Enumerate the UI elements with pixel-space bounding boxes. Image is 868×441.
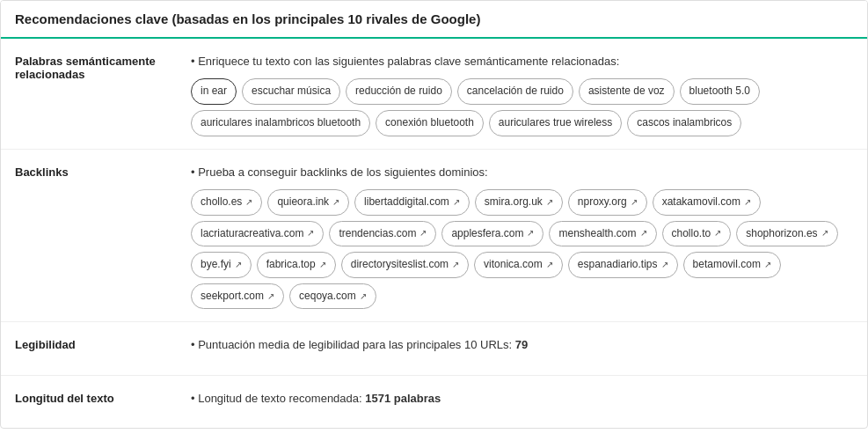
keyword-tag: in ear	[191, 78, 237, 105]
row-content-backlinks: • Prueba a conseguir backlinks de los si…	[177, 149, 867, 322]
backlink-tag[interactable]: vitonica.com↗	[474, 252, 563, 278]
row-content-legibilidad: • Puntuación media de legibilidad para l…	[177, 322, 867, 375]
external-link-icon: ↗	[332, 195, 339, 210]
external-link-icon: ↗	[640, 225, 647, 241]
keyword-tag: bluetooth 5.0	[680, 78, 760, 105]
external-link-icon: ↗	[235, 257, 242, 273]
backlinks-tags: chollo.es↗quieora.ink↗libertaddigital.co…	[191, 189, 853, 309]
external-link-icon: ↗	[267, 289, 274, 305]
bullet-text-legibilidad: • Puntuación media de legibilidad para l…	[191, 334, 853, 355]
backlink-tag[interactable]: espanadiario.tips↗	[568, 252, 678, 278]
backlink-tag[interactable]: nproxy.org↗	[568, 189, 647, 216]
external-link-icon: ↗	[744, 195, 751, 210]
backlink-tag[interactable]: chollo.to↗	[662, 221, 732, 247]
external-link-icon: ↗	[419, 225, 427, 241]
external-link-icon: ↗	[714, 225, 721, 241]
external-link-icon: ↗	[307, 225, 314, 241]
backlink-tag[interactable]: directorysiteslist.com↗	[341, 252, 469, 278]
row-content-longitud: • Longitud de texto recomendada: 1571 pa…	[177, 375, 867, 428]
recommendations-table: Palabras semánticamente relacionadas • E…	[1, 39, 867, 428]
keyword-tag: conexión bluetooth	[376, 110, 484, 136]
external-link-icon: ↗	[546, 257, 553, 273]
backlink-tag[interactable]: quieora.ink↗	[267, 189, 349, 216]
external-link-icon: ↗	[527, 225, 534, 241]
external-link-icon: ↗	[546, 195, 553, 210]
table-row: Palabras semánticamente relacionadas • E…	[1, 39, 867, 149]
row-content-palabras: • Enriquece tu texto con las siguientes …	[177, 39, 867, 149]
keyword-tag: cascos inalambricos	[627, 110, 741, 136]
backlink-tag[interactable]: shophorizon.es↗	[736, 221, 837, 247]
table-row: Backlinks • Prueba a conseguir backlinks…	[1, 149, 867, 322]
backlink-tag[interactable]: lacriaturacreativa.com↗	[191, 221, 324, 247]
row-label-backlinks: Backlinks	[1, 149, 177, 322]
keyword-tag: auriculares true wireless	[489, 110, 622, 136]
backlink-tag[interactable]: menshealth.com↗	[549, 221, 656, 247]
palabras-tags: in earescuchar músicareducción de ruidoc…	[191, 78, 853, 136]
external-link-icon: ↗	[452, 257, 459, 273]
row-label-legibilidad: Legibilidad	[1, 322, 177, 375]
keyword-tag: escuchar música	[242, 78, 340, 105]
backlink-tag[interactable]: applesfera.com↗	[441, 221, 543, 247]
row-label-palabras: Palabras semánticamente relacionadas	[1, 39, 177, 149]
external-link-icon: ↗	[764, 257, 771, 273]
bullet-text-palabras: • Enriquece tu texto con las siguientes …	[191, 51, 853, 71]
backlink-tag[interactable]: libertaddigital.com↗	[354, 189, 470, 216]
recommendations-panel: Recomendaciones clave (basadas en los pr…	[0, 0, 868, 429]
panel-title: Recomendaciones clave (basadas en los pr…	[1, 1, 867, 39]
external-link-icon: ↗	[360, 289, 367, 305]
keyword-tag: reducción de ruido	[346, 78, 452, 105]
backlink-tag[interactable]: ceqoya.com↗	[289, 283, 376, 310]
backlink-tag[interactable]: seekport.com↗	[191, 283, 284, 310]
external-link-icon: ↗	[319, 257, 326, 273]
external-link-icon: ↗	[821, 225, 828, 241]
word-count: 1571 palabras	[365, 392, 441, 405]
bullet-text-backlinks: • Prueba a conseguir backlinks de los si…	[191, 162, 853, 182]
external-link-icon: ↗	[245, 195, 252, 210]
backlink-tag[interactable]: smira.org.uk↗	[475, 189, 563, 216]
backlink-tag[interactable]: chollo.es↗	[191, 189, 262, 216]
backlink-tag[interactable]: trendencias.com↗	[329, 221, 436, 247]
external-link-icon: ↗	[453, 195, 460, 210]
row-label-longitud: Longitud del texto	[1, 375, 177, 428]
backlink-tag[interactable]: bye.fyi↗	[191, 252, 252, 278]
table-row: Longitud del texto • Longitud de texto r…	[1, 375, 867, 428]
backlink-tag[interactable]: fabrica.top↗	[257, 252, 336, 278]
readability-score: 79	[515, 338, 528, 351]
table-row: Legibilidad • Puntuación media de legibi…	[1, 322, 867, 375]
keyword-tag: asistente de voz	[579, 78, 675, 105]
keyword-tag: cancelación de ruido	[457, 78, 573, 105]
bullet-text-longitud: • Longitud de texto recomendada: 1571 pa…	[191, 388, 853, 408]
external-link-icon: ↗	[661, 257, 668, 273]
backlink-tag[interactable]: betamovil.com↗	[683, 252, 781, 278]
backlink-tag[interactable]: xatakamovil.com↗	[653, 189, 761, 216]
external-link-icon: ↗	[631, 195, 638, 210]
keyword-tag: auriculares inalambricos bluetooth	[191, 110, 370, 136]
